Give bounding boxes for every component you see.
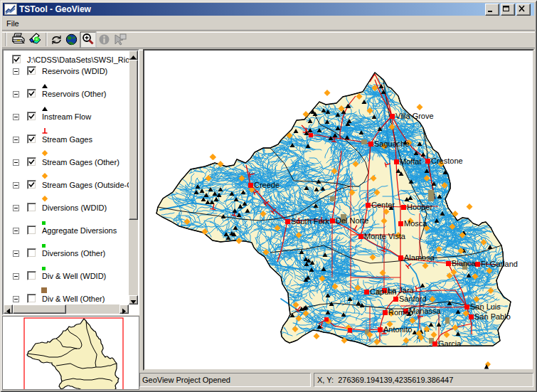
svg-text:Sanford: Sanford: [399, 295, 427, 303]
svg-text:Mosca: Mosca: [404, 219, 427, 228]
svg-text:Blanca: Blanca: [452, 259, 477, 267]
svg-text:Saguache: Saguache: [374, 139, 410, 148]
svg-text:Ft Garland: Ft Garland: [481, 260, 518, 268]
svg-text:South Fork: South Fork: [291, 217, 329, 226]
svg-text:Antonito: Antonito: [383, 325, 412, 334]
svg-text:Moffat: Moffat: [400, 157, 421, 166]
svg-text:Del Norte: Del Norte: [336, 216, 368, 225]
svg-text:San Pablo: San Pablo: [474, 312, 511, 321]
svg-text:Manassa: Manassa: [409, 307, 442, 315]
svg-text:La Jara: La Jara: [388, 286, 415, 295]
svg-text:Alamosa: Alamosa: [404, 253, 435, 262]
svg-text:Creede: Creede: [254, 181, 280, 189]
svg-text:Crestone: Crestone: [431, 157, 463, 165]
svg-text:Garcia: Garcia: [438, 339, 462, 348]
svg-text:Monte Vista: Monte Vista: [364, 232, 406, 240]
svg-text:Hooper: Hooper: [407, 203, 432, 211]
svg-text:Villa Grove: Villa Grove: [395, 112, 434, 120]
svg-text:Center: Center: [371, 201, 395, 209]
svg-text:San Luis: San Luis: [470, 302, 501, 311]
